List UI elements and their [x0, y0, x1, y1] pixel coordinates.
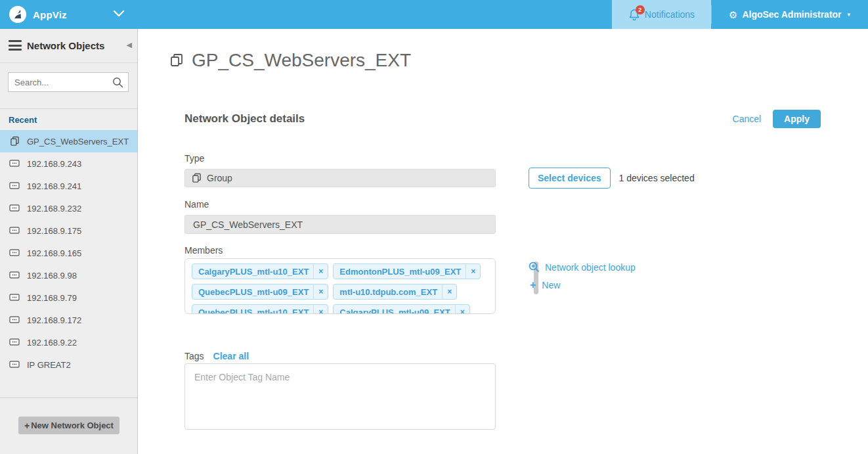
new-network-object-button[interactable]: + New Network Object [18, 417, 119, 434]
notifications-button[interactable]: 2 Notifications [612, 0, 711, 29]
app-logo[interactable]: AppViz [9, 6, 67, 23]
search-icon[interactable] [112, 77, 123, 88]
select-devices-button[interactable]: Select devices [529, 168, 611, 189]
apply-button[interactable]: Apply [773, 110, 821, 128]
cancel-button[interactable]: Cancel [733, 114, 762, 124]
sidebar-divider [0, 108, 137, 109]
tag-name-input[interactable] [194, 372, 477, 382]
remove-member-icon[interactable]: × [313, 284, 328, 299]
host-icon [9, 271, 20, 279]
sidebar-item[interactable]: 192.168.9.79 [0, 286, 137, 309]
remove-member-icon[interactable]: × [313, 264, 328, 279]
remove-member-icon[interactable]: × [466, 264, 480, 279]
new-member-link[interactable]: + New [530, 280, 560, 290]
member-tag: CalgaryPLUS_mtl-u10_EXT × [192, 263, 328, 279]
sidebar-item[interactable]: GP_CS_WebServers_EXT [0, 130, 137, 152]
sidebar-item[interactable]: IP GREAT2 [0, 353, 137, 376]
sidebar-item-label: 192.168.9.243 [27, 159, 81, 169]
sidebar-header: Network Objects ◀ [0, 29, 137, 63]
host-icon [9, 182, 20, 190]
member-tag-label: CalgaryPLUS_mtl-u09_EXT [339, 307, 450, 315]
user-menu-label: AlgoSec Administrator [742, 9, 841, 20]
sidebar-item-label: 192.168.9.241 [27, 181, 81, 191]
recent-list: GP_CS_WebServers_EXT 192.168.9.243 192.1… [0, 130, 137, 376]
sidebar-item[interactable]: 192.168.9.232 [0, 197, 137, 219]
tags-box [184, 363, 496, 430]
page-title-row: GP_CS_WebServers_EXT [169, 50, 411, 71]
member-tag: QuebecPLUS_mtl-u10_EXT × [192, 304, 328, 314]
plus-icon: + [530, 280, 536, 290]
sidebar: Network Objects ◀ Recent GP_CS_WebServer… [0, 29, 138, 454]
member-tag-label: QuebecPLUS_mtl-u10_EXT [198, 307, 309, 315]
sidebar-item-label: 192.168.9.232 [27, 204, 81, 214]
sidebar-item[interactable]: 192.168.9.98 [0, 264, 137, 286]
hamburger-menu-icon[interactable] [9, 40, 22, 51]
member-tag-label: EdmontonPLUS_mtl-u09_EXT [339, 267, 461, 277]
sidebar-item-label: GP_CS_WebServers_EXT [27, 137, 129, 147]
zoom-in-icon [529, 261, 540, 273]
sidebar-item-label: 192.168.9.98 [27, 271, 77, 281]
host-icon [9, 338, 20, 346]
members-box[interactable]: CalgaryPLUS_mtl-u10_EXT × EdmontonPLUS_m… [184, 258, 496, 314]
sidebar-item[interactable]: 192.168.9.165 [0, 242, 137, 264]
sidebar-item-label: 192.168.9.79 [27, 293, 77, 303]
type-field: Group [184, 169, 496, 187]
remove-member-icon[interactable]: × [455, 305, 469, 314]
search-input[interactable] [14, 73, 110, 91]
sidebar-item-label: 192.168.9.165 [27, 248, 81, 258]
bell-icon: 2 [628, 9, 640, 20]
appviz-logo-icon [9, 6, 26, 23]
host-icon [9, 316, 20, 324]
sidebar-item[interactable]: 192.168.9.22 [0, 331, 137, 353]
remove-member-icon[interactable]: × [313, 305, 328, 314]
sidebar-title: Network Objects [27, 40, 104, 51]
page-title: GP_CS_WebServers_EXT [192, 50, 411, 71]
sidebar-item[interactable]: 192.168.9.172 [0, 309, 137, 331]
plus-icon: + [24, 420, 30, 431]
group-icon [169, 53, 184, 68]
sidebar-footer-divider [0, 397, 137, 398]
sidebar-item-label: IP GREAT2 [27, 360, 71, 370]
name-value: GP_CS_WebServers_EXT [193, 219, 303, 230]
type-label: Type [184, 153, 204, 164]
members-label: Members [184, 245, 223, 256]
clear-all-tags-button[interactable]: Clear all [213, 351, 249, 361]
network-object-lookup-link[interactable]: Network object lookup [529, 261, 636, 273]
group-icon [9, 136, 20, 147]
remove-member-icon[interactable]: × [442, 284, 456, 299]
host-icon [9, 249, 20, 257]
sidebar-item-label: 192.168.9.172 [27, 315, 81, 325]
group-icon [192, 173, 202, 183]
host-icon [9, 204, 20, 212]
member-tag-label: CalgaryPLUS_mtl-u10_EXT [198, 267, 309, 277]
user-caret-down-icon: ▾ [848, 11, 851, 18]
sidebar-item-label: 192.168.9.22 [27, 338, 77, 348]
app-name: AppViz [33, 9, 67, 20]
name-label: Name [184, 199, 209, 210]
member-tag: EdmontonPLUS_mtl-u09_EXT × [333, 263, 481, 279]
sidebar-search-box [8, 72, 129, 92]
host-icon [9, 160, 20, 168]
sidebar-collapse-icon[interactable]: ◀ [127, 41, 132, 49]
member-tag-label: QuebecPLUS_mtl-u09_EXT [198, 287, 309, 297]
member-tag: mtl-u10.tdpub.com_EXT × [333, 284, 457, 300]
type-value: Group [207, 173, 232, 183]
member-tag: CalgaryPLUS_mtl-u09_EXT × [333, 304, 469, 314]
notification-badge: 2 [636, 5, 645, 14]
user-menu-button[interactable]: ⚙ AlgoSec Administrator ▾ [711, 0, 868, 29]
devices-selected-text: 1 devices selected [619, 173, 695, 183]
details-section-header: Network Object details Cancel Apply [184, 109, 821, 129]
member-tag-label: mtl-u10.tdpub.com_EXT [339, 287, 437, 297]
name-field: GP_CS_WebServers_EXT [184, 215, 496, 234]
sidebar-item[interactable]: 192.168.9.175 [0, 219, 137, 242]
notifications-label: Notifications [645, 9, 695, 20]
section-title: Network Object details [184, 112, 305, 125]
gear-icon: ⚙ [729, 10, 737, 20]
app-menu-chevron-down-icon[interactable] [113, 10, 125, 18]
new-network-object-label: New Network Object [31, 420, 114, 430]
new-link-label: New [542, 280, 560, 290]
lookup-label: Network object lookup [545, 262, 636, 273]
sidebar-item[interactable]: 192.168.9.243 [0, 152, 137, 175]
host-icon [9, 361, 20, 369]
sidebar-item[interactable]: 192.168.9.241 [0, 175, 137, 197]
